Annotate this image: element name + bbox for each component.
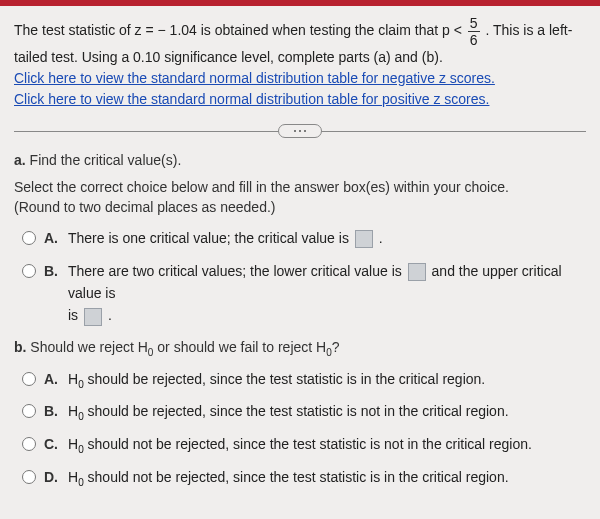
choice-b-is: is — [68, 307, 82, 323]
answer-blank-3[interactable] — [84, 308, 102, 326]
pb-b-h: H — [68, 403, 78, 419]
radio-part-a-option-b[interactable] — [22, 264, 36, 278]
instr-line-2: (Round to two decimal places as needed.) — [14, 199, 275, 215]
fraction-denominator: 6 — [468, 32, 480, 47]
radio-part-b-option-c[interactable] — [22, 437, 36, 451]
choice-b-c-row: C. H0 should not be rejected, since the … — [22, 433, 586, 458]
choice-b-letter-b: B. — [44, 400, 62, 422]
part-a: a. Find the critical value(s). Select th… — [14, 152, 586, 327]
fraction-five-sixths: 5 6 — [468, 16, 480, 47]
choice-b-t1: There are two critical values; the lower… — [68, 263, 406, 279]
pb-d-h: H — [68, 469, 78, 485]
intro-text-1: The test statistic of z = − 1.04 is obta… — [14, 22, 466, 38]
expand-pill[interactable] — [278, 124, 322, 138]
link-positive-z-table[interactable]: Click here to view the standard normal d… — [14, 91, 489, 107]
part-b-prefix: b. — [14, 339, 26, 355]
question-content: The test statistic of z = − 1.04 is obta… — [0, 6, 600, 511]
answer-blank-2[interactable] — [408, 263, 426, 281]
part-a-instructions: Select the correct choice below and fill… — [14, 178, 586, 217]
instr-line-1: Select the correct choice below and fill… — [14, 179, 509, 195]
radio-part-b-option-a[interactable] — [22, 372, 36, 386]
choice-b-text: There are two critical values; the lower… — [68, 260, 586, 327]
choice-letter-a: A. — [44, 227, 62, 249]
choice-a-text: There is one critical value; the critica… — [68, 227, 586, 249]
question-intro: The test statistic of z = − 1.04 is obta… — [14, 16, 586, 110]
part-b-heading: b. Should we reject H0 or should we fail… — [14, 339, 586, 358]
choice-letter-b: B. — [44, 260, 62, 282]
link-negative-z-table[interactable]: Click here to view the standard normal d… — [14, 70, 495, 86]
pb-b-t2: should be rejected, since the test stati… — [84, 403, 509, 419]
fraction-numerator: 5 — [468, 16, 480, 32]
pb-d-t2: should not be rejected, since the test s… — [84, 469, 509, 485]
part-a-heading-text: Find the critical value(s). — [26, 152, 182, 168]
choice-a-t2: . — [379, 230, 383, 246]
ellipsis-icon — [299, 130, 301, 132]
choice-b-a-text: H0 should be rejected, since the test st… — [68, 368, 586, 393]
section-separator — [14, 124, 586, 138]
part-b-h-t2: or should we fail to reject H — [153, 339, 326, 355]
part-a-choices: A. There is one critical value; the crit… — [14, 227, 586, 327]
pb-c-t2: should not be rejected, since the test s… — [84, 436, 532, 452]
choice-a-row: A. There is one critical value; the crit… — [22, 227, 586, 249]
choice-b-b-row: B. H0 should be rejected, since the test… — [22, 400, 586, 425]
radio-part-a-option-a[interactable] — [22, 231, 36, 245]
part-a-prefix: a. — [14, 152, 26, 168]
part-b: b. Should we reject H0 or should we fail… — [14, 339, 586, 491]
part-a-heading: a. Find the critical value(s). — [14, 152, 586, 168]
choice-b-t3: . — [108, 307, 112, 323]
part-b-h-t1: Should we reject H — [26, 339, 147, 355]
choice-a-t1: There is one critical value; the critica… — [68, 230, 353, 246]
choice-b-d-text: H0 should not be rejected, since the tes… — [68, 466, 586, 491]
radio-part-b-option-b[interactable] — [22, 404, 36, 418]
choice-b-letter-d: D. — [44, 466, 62, 488]
radio-part-b-option-d[interactable] — [22, 470, 36, 484]
choice-b-letter-c: C. — [44, 433, 62, 455]
choice-b-d-row: D. H0 should not be rejected, since the … — [22, 466, 586, 491]
choice-b-letter-a: A. — [44, 368, 62, 390]
part-b-choices: A. H0 should be rejected, since the test… — [14, 368, 586, 491]
choice-b-c-text: H0 should not be rejected, since the tes… — [68, 433, 586, 458]
choice-b-row: B. There are two critical values; the lo… — [22, 260, 586, 327]
part-b-h-t3: ? — [332, 339, 340, 355]
pb-c-h: H — [68, 436, 78, 452]
pb-a-t2: should be rejected, since the test stati… — [84, 371, 486, 387]
pb-a-h: H — [68, 371, 78, 387]
answer-blank-1[interactable] — [355, 230, 373, 248]
choice-b-a-row: A. H0 should be rejected, since the test… — [22, 368, 586, 393]
choice-b-b-text: H0 should be rejected, since the test st… — [68, 400, 586, 425]
